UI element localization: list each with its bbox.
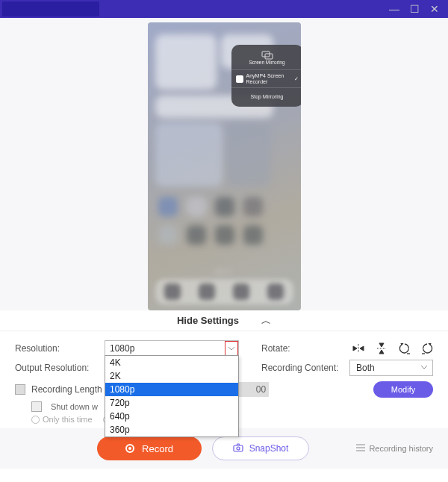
rotate-right-icon[interactable] [422,343,433,354]
mirror-preview-area: Screen Mirroring AnyMP4 Screen Recorder … [0,18,448,310]
resolution-option[interactable]: 2K [105,369,238,383]
checkmark-icon: ✓ [294,76,299,82]
camera-icon [233,443,243,454]
resolution-option[interactable]: 360p [105,423,238,436]
chevron-down-icon [420,363,428,373]
recording-history-link[interactable]: Recording history [356,444,433,453]
device-label: AnyMP4 Screen Recorder [246,73,291,84]
record-icon [125,444,134,453]
close-icon[interactable]: ✕ [430,3,439,15]
shutdown-checkbox[interactable] [31,401,42,412]
resolution-select[interactable]: 1080p [105,340,239,357]
shut-down-label: Shut down w [51,402,98,411]
content-value: Both [356,363,375,373]
maximize-icon[interactable]: ☐ [410,3,420,15]
flip-horizontal-icon[interactable] [352,343,364,354]
hide-settings-toggle[interactable]: Hide Settings ︿ [0,310,448,331]
only-this-time-radio[interactable] [31,416,40,424]
resolution-label: Resolution: [15,343,105,354]
recording-content-label: Recording Content: [261,363,338,373]
snapshot-button[interactable]: SnapShot [212,436,309,460]
screen-mirroring-popup: Screen Mirroring AnyMP4 Screen Recorder … [231,45,301,107]
resolution-option[interactable]: 1080p [105,383,238,396]
svg-rect-6 [234,445,243,451]
settings-panel: Resolution: 1080p Rotate: Output Resolut… [0,331,448,428]
stop-mirroring-button[interactable]: Stop Mirroring [231,87,301,107]
resolution-dropdown[interactable]: 4K 2K 1080p 720p 640p 360p [105,355,239,437]
modify-button[interactable]: Modify [373,381,433,398]
hide-settings-label: Hide Settings [177,315,239,326]
recording-length-checkbox[interactable] [15,384,25,395]
screen-mirroring-icon [231,51,301,60]
svg-point-7 [237,447,240,450]
resolution-value: 1080p [110,343,134,354]
chevron-up-icon: ︿ [261,314,271,328]
record-label: Record [142,443,173,454]
mirror-device-item[interactable]: AnyMP4 Screen Recorder ✓ [231,69,301,87]
phone-preview: Screen Mirroring AnyMP4 Screen Recorder … [148,22,301,310]
only-this-time-label: Only this time [43,415,93,424]
resolution-option[interactable]: 4K [105,356,238,369]
minimize-icon[interactable]: — [389,3,399,15]
list-icon [356,444,365,453]
history-label: Recording history [369,444,433,453]
output-resolution-label: Output Resolution: [15,363,105,373]
resolution-option[interactable]: 720p [105,396,238,410]
record-button[interactable]: Record [97,436,202,460]
chevron-down-icon[interactable] [225,341,238,356]
snapshot-label: SnapShot [249,443,289,454]
app-logo [2,1,99,16]
titlebar: — ☐ ✕ [0,0,448,18]
recording-content-select[interactable]: Both [349,360,433,376]
recording-length-label: Recording Length [31,384,102,395]
flip-vertical-icon[interactable] [376,342,387,354]
rotate-left-icon[interactable] [399,343,410,354]
mirror-title: Screen Mirroring [231,60,301,65]
resolution-option[interactable]: 640p [105,410,238,423]
device-icon [236,75,243,83]
rotate-label: Rotate: [261,343,290,354]
